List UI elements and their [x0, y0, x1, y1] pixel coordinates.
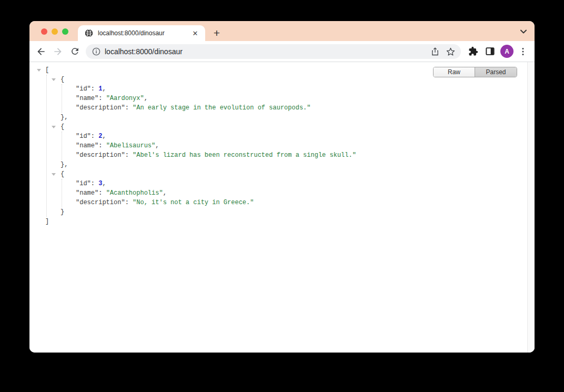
json-brace: {: [61, 170, 64, 178]
json-brace: {: [61, 76, 64, 83]
tab-search-chevron-icon[interactable]: [520, 29, 527, 34]
json-comma: ,: [102, 133, 106, 140]
reload-button[interactable]: [67, 44, 82, 59]
browser-toolbar: localhost:8000/dinosaur A: [29, 41, 535, 62]
bookmark-star-icon[interactable]: [446, 47, 455, 56]
json-property-line: "name": "Aardonyx",: [62, 94, 527, 103]
json-key: "name": [76, 142, 98, 149]
address-bar[interactable]: localhost:8000/dinosaur: [86, 44, 461, 59]
back-button[interactable]: [34, 44, 48, 59]
json-object-open: {: [47, 169, 527, 179]
json-colon: :: [91, 180, 98, 187]
new-tab-button[interactable]: +: [209, 26, 224, 41]
json-colon: :: [98, 95, 106, 102]
json-brace: {: [61, 123, 64, 130]
close-window-button[interactable]: [41, 28, 47, 35]
json-colon: :: [125, 199, 133, 206]
url-text: localhost:8000/dinosaur: [105, 47, 183, 56]
globe-favicon-icon: [85, 29, 93, 37]
json-object-children: "id": 1,"name": "Aardonyx","description"…: [62, 84, 527, 113]
collapse-triangle-icon[interactable]: [37, 69, 41, 72]
json-object-close: }: [47, 207, 527, 217]
vertical-scrollbar[interactable]: [527, 62, 535, 353]
json-value: "An early stage in the evolution of saur…: [133, 104, 310, 112]
browser-tab[interactable]: localhost:8000/dinosaur ✕: [78, 25, 205, 41]
json-brace: }: [61, 208, 64, 216]
json-key: "name": [76, 189, 98, 197]
json-value: "Aardonyx": [106, 95, 144, 102]
json-comma: ,: [102, 85, 106, 93]
side-panel-icon: [485, 46, 495, 56]
json-object-block: {"id": 3,"name": "Acanthopholis","descri…: [47, 169, 527, 217]
json-colon: :: [91, 133, 98, 140]
json-array-open: [: [37, 65, 527, 75]
json-array-children: {"id": 1,"name": "Aardonyx","description…: [46, 75, 527, 217]
json-colon: :: [91, 85, 98, 93]
json-value: "Acanthopholis": [106, 189, 163, 197]
json-key: "description": [76, 152, 125, 159]
json-property-line: "description": "Abel's lizard has been r…: [62, 150, 527, 160]
json-key: "name": [76, 95, 98, 102]
json-colon: :: [98, 142, 106, 149]
collapse-triangle-icon[interactable]: [52, 78, 56, 81]
extensions-button[interactable]: [466, 44, 480, 59]
json-property-line: "id": 2,: [62, 132, 527, 141]
site-info-icon[interactable]: [92, 47, 100, 56]
json-array-close: ]: [37, 217, 527, 226]
minimize-window-button[interactable]: [52, 28, 58, 35]
forward-arrow-icon: [53, 46, 63, 57]
collapse-triangle-icon[interactable]: [52, 126, 56, 128]
json-bracket: ]: [45, 218, 49, 225]
json-object-close: },: [47, 160, 527, 169]
tab-strip: localhost:8000/dinosaur ✕ +: [29, 21, 535, 41]
profile-avatar[interactable]: A: [500, 45, 513, 58]
json-colon: :: [98, 189, 106, 197]
three-dot-menu-icon: [519, 47, 527, 56]
json-value: "No, it's not a city in Greece.": [133, 199, 254, 206]
json-brace: },: [61, 161, 68, 168]
browser-window: localhost:8000/dinosaur ✕ +: [29, 21, 535, 353]
json-brace: },: [61, 114, 68, 121]
json-comma: ,: [102, 180, 106, 187]
json-object-open: {: [47, 75, 527, 84]
json-viewer: [{"id": 1,"name": "Aardonyx","descriptio…: [29, 62, 527, 353]
json-key: "id": [76, 85, 91, 93]
json-property-line: "description": "No, it's not a city in G…: [62, 198, 527, 207]
json-object-children: "id": 2,"name": "Abelisaurus","descripti…: [62, 132, 527, 160]
puzzle-piece-icon: [468, 46, 478, 56]
json-key: "description": [76, 104, 125, 112]
json-property-line: "name": "Acanthopholis",: [62, 188, 527, 198]
json-object-children: "id": 3,"name": "Acanthopholis","descrip…: [62, 179, 527, 207]
json-property-line: "description": "An early stage in the ev…: [62, 103, 527, 113]
json-comma: ,: [144, 95, 148, 102]
json-value: "Abel's lizard has been reconstructed fr…: [133, 152, 356, 159]
traffic-lights: [41, 28, 68, 35]
json-property-line: "id": 3,: [62, 179, 527, 188]
json-key: "description": [76, 199, 125, 206]
json-object-close: },: [47, 113, 527, 122]
side-panel-button[interactable]: [482, 44, 497, 59]
forward-button[interactable]: [51, 44, 65, 59]
json-object-open: {: [47, 122, 527, 132]
reload-icon: [70, 46, 80, 56]
json-property-line: "id": 1,: [62, 84, 527, 94]
json-object-block: {"id": 1,"name": "Aardonyx","description…: [47, 75, 527, 122]
json-property-line: "name": "Abelisaurus",: [62, 141, 527, 150]
json-value: "Abelisaurus": [106, 142, 156, 149]
page-content: Raw Parsed [{"id": 1,"name": "Aardonyx",…: [29, 62, 535, 353]
browser-menu-button[interactable]: [516, 44, 530, 59]
share-icon[interactable]: [431, 47, 439, 56]
collapse-triangle-icon[interactable]: [52, 173, 56, 176]
json-colon: :: [125, 152, 133, 159]
json-key: "id": [76, 133, 91, 140]
maximize-window-button[interactable]: [62, 28, 68, 35]
tab-title: localhost:8000/dinosaur: [98, 29, 187, 37]
json-bracket: [: [45, 66, 49, 74]
json-comma: ,: [155, 142, 159, 149]
json-key: "id": [76, 180, 91, 187]
json-colon: :: [125, 104, 133, 112]
json-comma: ,: [163, 189, 167, 197]
back-arrow-icon: [36, 46, 46, 57]
json-object-block: {"id": 2,"name": "Abelisaurus","descript…: [47, 122, 527, 169]
tab-close-icon[interactable]: ✕: [190, 28, 200, 38]
